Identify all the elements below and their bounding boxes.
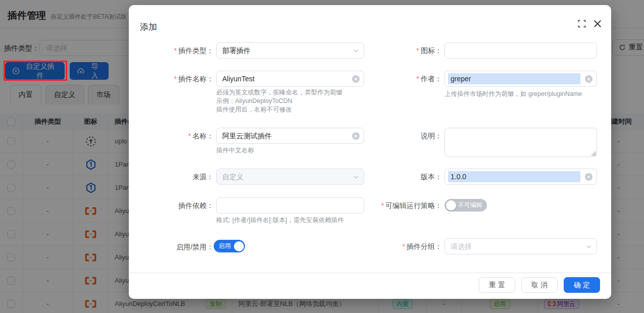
plugin-type-select[interactable]: 部署插件: [216, 42, 364, 59]
enabled-toggle[interactable]: 启用: [214, 240, 245, 252]
resize-handle[interactable]: [590, 150, 596, 155]
plugin-group-select[interactable]: 请选择: [444, 238, 597, 254]
source-value: 自定义: [222, 173, 243, 181]
author-label: *作者：: [346, 71, 442, 87]
name-hint: 插件中文名称: [216, 146, 254, 155]
version-label: 版本：: [346, 169, 442, 185]
dependencies-label: 插件依赖：: [129, 197, 214, 214]
plugin-group-placeholder: 请选择: [451, 242, 472, 250]
clear-icon[interactable]: [585, 75, 592, 83]
icon-input[interactable]: [444, 42, 597, 59]
editable-policy-toggle: 不可编辑: [444, 199, 487, 212]
confirm-button[interactable]: 确定: [564, 277, 600, 293]
author-input[interactable]: greper: [444, 71, 597, 87]
toggle-text: 不可编辑: [458, 201, 482, 210]
plugin-type-label: *插件类型：: [129, 42, 214, 59]
version-input[interactable]: 1.0.0: [444, 169, 597, 185]
plugin-name-hint: 必须为英文或数字，驼峰命名，类型作为前缀 示例：AliyunDeployToCD…: [216, 88, 342, 114]
icon-label: *图标：: [346, 42, 442, 59]
source-select: 自定义: [216, 169, 364, 185]
name-input[interactable]: 阿里云测试插件: [216, 128, 364, 144]
name-label: *名称：: [129, 128, 214, 144]
editable-policy-label: *可编辑运行策略：: [346, 197, 442, 214]
author-hint: 上传插件市场时作为前缀，如 greper/pluginName: [444, 90, 582, 98]
chevron-down-icon: [585, 243, 592, 250]
fullscreen-icon[interactable]: [577, 19, 587, 29]
name-value: 阿里云测试插件: [222, 132, 272, 140]
description-textarea[interactable]: [444, 128, 597, 157]
plugin-type-value: 部署插件: [222, 46, 251, 55]
cancel-button[interactable]: 取消: [521, 277, 558, 293]
text-selection-highlight: [448, 171, 580, 182]
dialog-title: 添加: [140, 21, 157, 33]
plugin-name-value: AliyunTest: [222, 75, 255, 83]
version-value: 1.0.0: [451, 173, 466, 181]
screen: 插件管理 自定义插件处于BETA测试版， 插件类型： 请选择 重置 自定义插件 …: [0, 0, 644, 313]
add-plugin-dialog: 添加 *插件类型： 部署插件 *图标： *插件名称： AliyunTest: [129, 5, 611, 299]
footer-divider: [129, 273, 611, 273]
toggle-text: 启用: [219, 242, 231, 250]
toggle-knob: [446, 200, 456, 211]
clear-icon[interactable]: [585, 173, 592, 181]
close-icon[interactable]: [592, 19, 604, 30]
plugin-name-label: *插件名称：: [129, 71, 214, 87]
plugin-group-label: *插件分组：: [346, 238, 442, 254]
plugin-name-input[interactable]: AliyunTest: [216, 71, 364, 87]
dependencies-input[interactable]: [216, 197, 364, 214]
enabled-label: 启用/禁用：: [129, 239, 214, 255]
source-label: 来源：: [129, 169, 214, 185]
annotation-highlight-box: [4, 61, 67, 81]
toggle-knob: [234, 241, 244, 251]
dependencies-hint: 格式: [作者/]插件名[:版本]，需先安装依赖插件: [216, 216, 344, 225]
reset-button[interactable]: 重置: [479, 277, 515, 293]
author-value: greper: [451, 75, 471, 83]
description-label: 说明：: [346, 128, 442, 144]
